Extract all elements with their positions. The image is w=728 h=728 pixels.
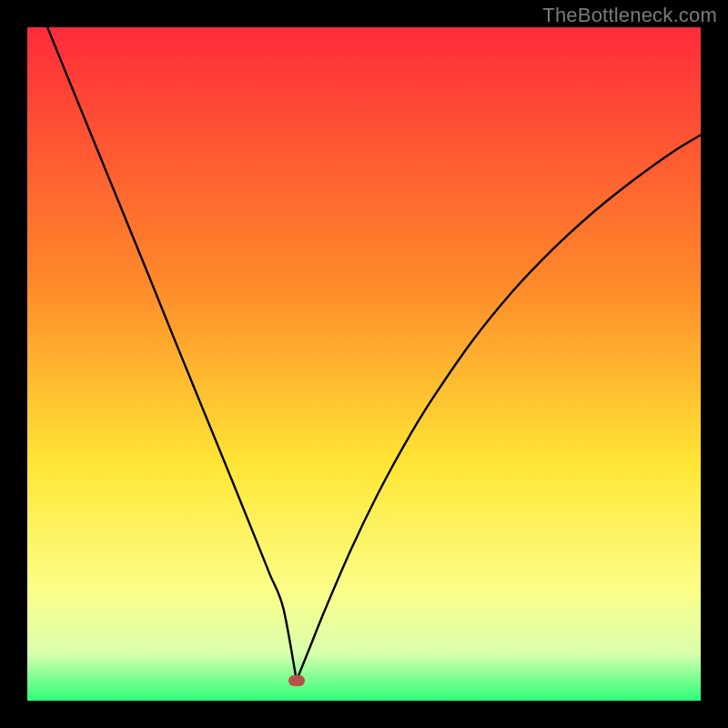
plot-area	[27, 27, 701, 701]
watermark-text: TheBottleneck.com	[542, 4, 717, 27]
chart-frame: TheBottleneck.com	[0, 0, 728, 728]
gradient-background	[27, 27, 701, 701]
minimum-marker	[288, 675, 305, 686]
chart-svg	[27, 27, 701, 701]
